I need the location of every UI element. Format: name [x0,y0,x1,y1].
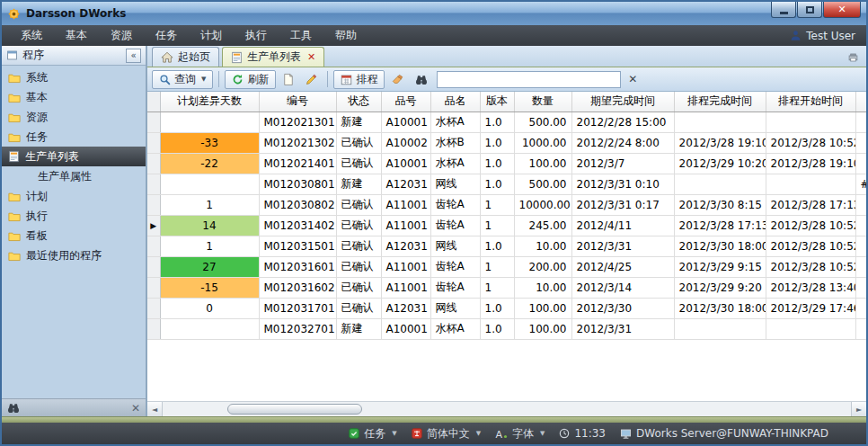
sidebar-item[interactable]: 任务 [2,127,146,147]
cell-sched-end-time: 2012/3/29 10:20 [674,153,766,174]
table-row[interactable]: -33M012021302已确认A10002水杯B1.01000.002012/… [147,132,866,153]
col-header-qty[interactable]: 数量 [514,92,571,112]
menu-item[interactable]: 资源 [99,28,144,43]
table-row[interactable]: 1M012030802已确认A11001齿轮A110000.002012/3/3… [147,194,866,215]
col-header-diff[interactable]: 计划差异天数 [160,92,259,112]
status-language-menu[interactable]: 简体中文 ▼ [412,426,481,442]
col-header-item-name[interactable]: 品名 [430,92,480,112]
row-selector-cell[interactable]: ▶ [147,215,160,236]
table-row[interactable]: 27M012031601已确认A11001齿轮A1200.002012/4/25… [147,256,866,277]
refresh-button[interactable]: 刷新 [225,70,276,89]
filter-input[interactable] [437,71,621,88]
cell-version: 1 [480,194,514,215]
table-row[interactable]: ▶14M012031402已确认A11001齿轮A1245.002012/4/1… [147,215,866,236]
status-server-label: DWorks Server@FUNWAY-THINKPAD [636,427,828,440]
status-task-menu[interactable]: 任务 ▼ [349,426,396,442]
edit-record-button[interactable] [301,70,322,89]
menu-item[interactable]: 工具 [279,28,323,43]
eraser-button[interactable] [387,70,408,89]
scrollbar-track[interactable] [163,402,851,416]
new-record-button[interactable] [279,70,298,89]
col-header-item-no[interactable]: 品号 [381,92,430,112]
col-header-version[interactable]: 版本 [480,92,514,112]
sidebar-item[interactable]: 资源 [2,107,146,127]
col-header-sched-end-time[interactable]: 排程完成时间 [674,92,766,112]
row-selector-cell[interactable] [147,256,160,277]
sidebar-item[interactable]: 最近使用的程序 [2,245,146,265]
row-selector-cell[interactable] [147,112,160,132]
tab-active[interactable]: 生产单列表✕ [222,47,324,67]
col-header-sched-start-time[interactable]: 排程开始时间 [766,92,855,112]
sidebar-item[interactable]: 生产单属性 [2,166,146,186]
sidebar-item[interactable]: 计划 [2,186,146,206]
cell-qty: 500.00 [514,112,571,132]
orders-table: 计划差异天数编号状态品号品名版本数量期望完成时间排程完成时间排程开始时间M012… [147,92,866,340]
svg-text:A: A [496,429,503,440]
sidebar-find-icon[interactable] [7,402,20,414]
cell-version: 1.0 [480,318,514,339]
scroll-right-button[interactable]: ► [851,402,866,416]
sidebar-item[interactable]: 执行 [2,206,146,226]
menu-item[interactable]: 执行 [234,28,279,43]
row-selector-cell[interactable] [147,194,160,215]
table-row[interactable]: M012021301新建A10001水杯A1.0500.002012/2/28 … [147,112,866,132]
table-row[interactable]: 1M012031501已确认A12031网线1.010.002012/3/312… [147,236,866,256]
row-selector-cell[interactable] [147,153,160,174]
menu-item[interactable]: 系统 [9,28,54,43]
search-icon [159,74,171,85]
table-row[interactable]: -15M012031602已确认A11001齿轮A110.002012/3/14… [147,277,866,298]
cell-qty: 10.00 [514,277,571,298]
sidebar-item[interactable]: 生产单列表 [2,147,146,166]
status-font-menu[interactable]: A 字体 ▼ [495,426,545,442]
tab-inactive[interactable]: 起始页 [152,47,219,67]
sidebar-item-label: 系统 [26,70,48,85]
row-selector-cell[interactable] [147,132,160,153]
sidebar-clear-icon[interactable]: ✕ [131,402,140,415]
scroll-left-button[interactable]: ◄ [147,402,163,416]
cell-status: 已确认 [336,132,381,153]
sidebar-item[interactable]: 基本 [2,87,146,107]
close-button[interactable]: ✕ [823,2,861,18]
menu-item[interactable]: 任务 [144,28,189,43]
cell-due-time: 2012/4/25 [571,256,674,277]
clear-filter-button[interactable]: ✕ [624,71,642,88]
horizontal-scrollbar[interactable]: ◄ ► [147,401,866,416]
tab-close-icon[interactable]: ✕ [307,51,315,63]
folder-icon [8,210,21,222]
table-row[interactable]: M012032701新建A10001水杯A1.0100.002012/3/31 [147,318,866,339]
find-button[interactable] [411,70,432,89]
row-selector-cell[interactable] [147,277,160,298]
maximize-button[interactable] [797,2,822,18]
sidebar-item[interactable]: 看板 [2,226,146,245]
row-selector-cell[interactable] [147,236,160,256]
table-row[interactable]: -22M012021401已确认A10001水杯A1.0100.002012/3… [147,153,866,174]
minimize-button[interactable] [771,2,796,18]
sidebar-title: 程序 [22,48,44,63]
cell-diff: -15 [160,277,259,298]
schedule-button[interactable]: 排程 [333,70,385,89]
scrollbar-thumb[interactable] [227,404,362,415]
home-icon [161,51,173,63]
menu-item[interactable]: 帮助 [323,28,368,43]
row-selector-cell[interactable] [147,174,160,194]
col-header-order-no[interactable]: 编号 [259,92,336,112]
table-row[interactable]: M012030801新建A12031网线1.0500.002012/3/31 0… [147,174,866,194]
col-header-due-time[interactable]: 期望完成时间 [571,92,674,112]
user-menu[interactable]: Test User [790,30,859,42]
sidebar-item-label: 基本 [26,90,48,105]
sidebar-item[interactable]: 系统 [2,67,146,87]
table-row[interactable]: 0M012031701已确认A12031网线1.0100.002012/3/30… [147,298,866,318]
panel-pin-icon[interactable] [845,52,862,63]
sidebar-item-label: 执行 [26,209,48,224]
row-selector-cell[interactable] [147,298,160,318]
query-button[interactable]: 查询 ▼ [152,70,213,89]
collapse-sidebar-button[interactable]: « [126,49,141,63]
row-selector-cell[interactable] [147,318,160,339]
folder-icon [8,92,21,103]
menu-item[interactable]: 基本 [54,28,99,43]
col-header-status[interactable]: 状态 [336,92,381,112]
menu-item[interactable]: 计划 [189,28,234,43]
cell-diff: 0 [160,298,259,318]
cell-extra [855,256,866,277]
cell-item-name: 水杯A [430,318,480,339]
